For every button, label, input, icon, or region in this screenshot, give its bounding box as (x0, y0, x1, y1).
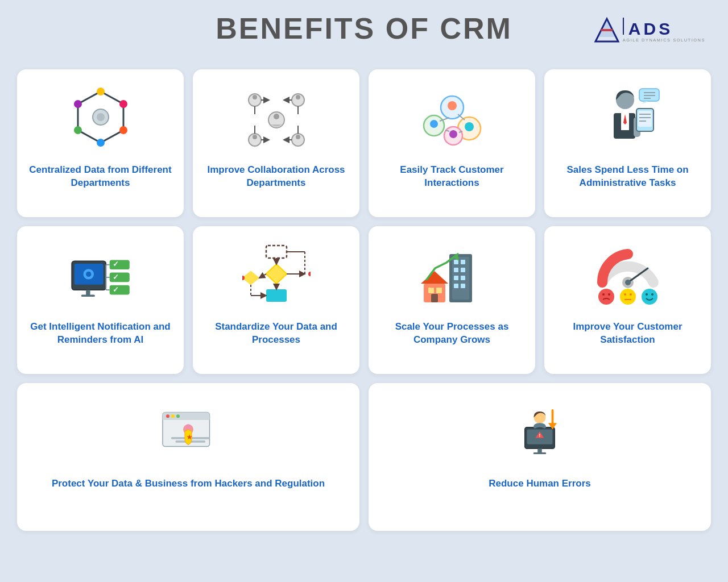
logo-text: ADS (628, 19, 673, 39)
svg-rect-101 (436, 288, 442, 293)
card-reduce-errors: ! Reduce Human Errors (369, 383, 711, 531)
svg-rect-90 (454, 260, 458, 264)
svg-text:★: ★ (187, 434, 193, 440)
svg-point-21 (296, 135, 300, 139)
svg-point-7 (119, 100, 127, 108)
card-scale-processes-label: Scale Your Processes as Company Grows (378, 321, 526, 347)
card-protect-data: ★ Protect Your Data & Business from Hack… (17, 383, 359, 531)
card-centralized-data: Centralized Data from Different Departme… (17, 69, 184, 217)
logo: ADS AGILE DYNAMICS SOLUTIONS (591, 14, 705, 46)
svg-point-122 (176, 414, 180, 418)
card-standardize-data: Standardize Your Data and Processes (193, 226, 359, 374)
svg-point-31 (448, 101, 457, 110)
cards-row-3: ★ Protect Your Data & Business from Hack… (17, 383, 711, 531)
svg-point-121 (171, 414, 175, 418)
svg-rect-102 (431, 294, 438, 302)
card-intelligent-notification-label: Get Intelligent Notification and Reminde… (26, 321, 175, 347)
svg-rect-73 (266, 246, 287, 258)
svg-point-17 (296, 95, 300, 99)
svg-point-82 (308, 272, 311, 276)
svg-rect-61 (86, 290, 90, 295)
svg-point-120 (166, 414, 169, 418)
satisfaction-meter-icon (594, 240, 662, 314)
svg-point-33 (430, 120, 438, 128)
svg-point-9 (97, 139, 105, 147)
cards-row-2: ✓ ✓ ✓ Get Intelligent Notification and R… (17, 226, 711, 374)
card-easily-track: Easily Track Customer Interactions (369, 69, 535, 217)
svg-rect-62 (81, 294, 94, 297)
card-reduce-errors-label: Reduce Human Errors (489, 477, 591, 490)
header-divider (17, 59, 711, 60)
svg-rect-119 (163, 418, 210, 421)
svg-marker-79 (242, 271, 259, 285)
card-sales-time-label: Sales Spend Less Time on Administrative … (553, 164, 702, 190)
card-standardize-data-label: Standardize Your Data and Processes (202, 321, 350, 347)
svg-point-110 (620, 289, 636, 305)
card-scale-processes: Scale Your Processes as Company Grows (369, 226, 535, 374)
svg-point-8 (119, 126, 127, 134)
svg-text:✓: ✓ (113, 273, 119, 281)
logo-icon (591, 14, 623, 46)
svg-rect-48 (638, 111, 652, 127)
svg-point-5 (97, 113, 105, 121)
svg-point-13 (274, 114, 279, 119)
svg-point-124 (186, 425, 191, 430)
svg-point-112 (630, 293, 632, 296)
svg-text:✓: ✓ (113, 260, 119, 268)
svg-point-114 (642, 289, 657, 305)
card-improve-collaboration-label: Improve Collaboration Across Departments (202, 164, 350, 190)
card-customer-satisfaction-label: Improve Your Customer Satisfaction (553, 321, 702, 347)
svg-rect-94 (454, 276, 458, 280)
svg-point-109 (608, 293, 610, 296)
svg-marker-75 (267, 265, 286, 282)
svg-rect-92 (454, 268, 458, 272)
svg-marker-2 (598, 19, 615, 37)
monitor-checklist-icon: ✓ ✓ ✓ (67, 240, 135, 314)
svg-point-11 (74, 100, 82, 108)
logo-subtitle: AGILE DYNAMICS SOLUTIONS (623, 38, 705, 43)
svg-point-111 (624, 293, 626, 296)
card-easily-track-label: Easily Track Customer Interactions (378, 164, 526, 190)
svg-point-37 (449, 130, 457, 138)
svg-rect-77 (266, 289, 287, 302)
svg-point-115 (646, 293, 648, 296)
building-growth-icon (418, 240, 486, 314)
card-protect-data-label: Protect Your Data & Business from Hacker… (52, 477, 325, 490)
card-improve-collaboration: Improve Collaboration Across Departments (193, 69, 359, 217)
svg-point-108 (602, 293, 605, 296)
svg-rect-133 (533, 452, 547, 454)
svg-point-60 (86, 272, 91, 277)
svg-text:!: ! (539, 433, 541, 438)
people-network-icon (242, 83, 311, 157)
svg-point-116 (651, 293, 653, 296)
svg-point-106 (625, 280, 631, 285)
svg-rect-95 (461, 276, 465, 280)
shield-browser-icon: ★ (154, 397, 222, 471)
svg-point-35 (465, 122, 474, 131)
svg-rect-93 (461, 268, 465, 272)
svg-rect-97 (461, 284, 465, 288)
svg-rect-100 (428, 288, 434, 293)
person-error-icon: ! (506, 397, 574, 471)
page-title: BENEFITS OF CRM (216, 11, 512, 45)
svg-text:✓: ✓ (113, 285, 119, 294)
hexagon-nodes-icon (67, 83, 135, 157)
svg-point-10 (74, 126, 82, 134)
svg-point-15 (253, 95, 257, 99)
svg-line-80 (259, 274, 266, 278)
card-centralized-data-label: Centralized Data from Different Departme… (26, 164, 175, 190)
network-bubbles-icon (418, 83, 486, 157)
page-header: BENEFITS OF CRM ADS AGILE DYNAMICS SOLUT… (17, 11, 711, 45)
svg-rect-96 (454, 284, 458, 288)
person-tablet-icon (594, 83, 662, 157)
svg-point-19 (253, 135, 257, 139)
card-sales-time: Sales Spend Less Time on Administrative … (544, 69, 711, 217)
svg-point-107 (598, 289, 614, 305)
card-customer-satisfaction: Improve Your Customer Satisfaction (544, 226, 711, 374)
cards-row-1: Centralized Data from Different Departme… (17, 69, 711, 217)
flowchart-icon (242, 240, 311, 314)
svg-marker-99 (421, 271, 448, 284)
svg-rect-132 (537, 448, 542, 453)
svg-point-6 (97, 88, 105, 95)
svg-rect-91 (461, 260, 465, 264)
